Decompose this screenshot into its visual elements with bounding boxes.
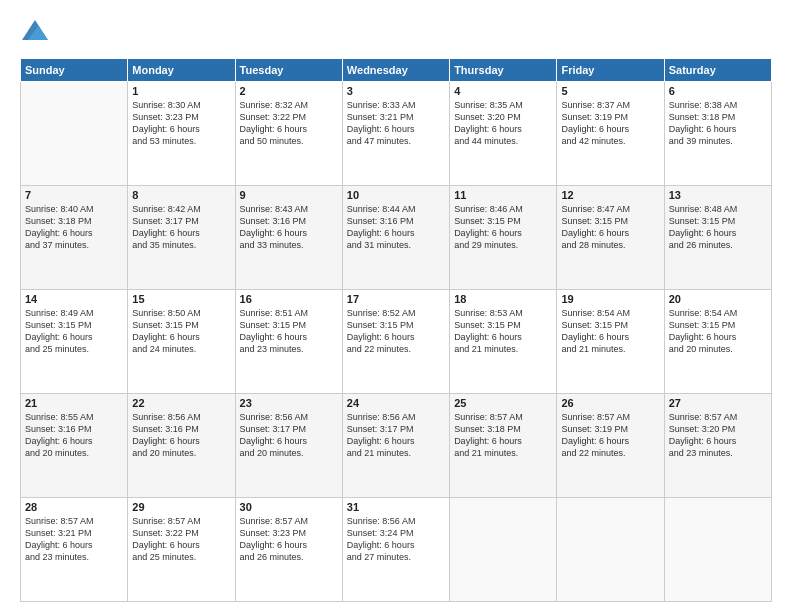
weekday-header-tuesday: Tuesday [235,59,342,82]
day-info: Sunrise: 8:55 AMSunset: 3:16 PMDaylight:… [25,411,123,460]
day-info: Sunrise: 8:57 AMSunset: 3:23 PMDaylight:… [240,515,338,564]
day-number: 5 [561,85,659,97]
day-number: 26 [561,397,659,409]
day-info: Sunrise: 8:49 AMSunset: 3:15 PMDaylight:… [25,307,123,356]
day-cell: 16Sunrise: 8:51 AMSunset: 3:15 PMDayligh… [235,290,342,394]
day-cell: 4Sunrise: 8:35 AMSunset: 3:20 PMDaylight… [450,82,557,186]
day-cell: 14Sunrise: 8:49 AMSunset: 3:15 PMDayligh… [21,290,128,394]
day-info: Sunrise: 8:46 AMSunset: 3:15 PMDaylight:… [454,203,552,252]
day-info: Sunrise: 8:48 AMSunset: 3:15 PMDaylight:… [669,203,767,252]
day-number: 8 [132,189,230,201]
day-info: Sunrise: 8:56 AMSunset: 3:24 PMDaylight:… [347,515,445,564]
day-number: 29 [132,501,230,513]
day-cell: 6Sunrise: 8:38 AMSunset: 3:18 PMDaylight… [664,82,771,186]
day-info: Sunrise: 8:42 AMSunset: 3:17 PMDaylight:… [132,203,230,252]
day-number: 7 [25,189,123,201]
day-cell: 2Sunrise: 8:32 AMSunset: 3:22 PMDaylight… [235,82,342,186]
day-number: 28 [25,501,123,513]
day-number: 22 [132,397,230,409]
day-cell: 7Sunrise: 8:40 AMSunset: 3:18 PMDaylight… [21,186,128,290]
day-number: 21 [25,397,123,409]
day-cell: 27Sunrise: 8:57 AMSunset: 3:20 PMDayligh… [664,394,771,498]
day-info: Sunrise: 8:57 AMSunset: 3:19 PMDaylight:… [561,411,659,460]
day-cell: 21Sunrise: 8:55 AMSunset: 3:16 PMDayligh… [21,394,128,498]
day-cell: 12Sunrise: 8:47 AMSunset: 3:15 PMDayligh… [557,186,664,290]
day-number: 3 [347,85,445,97]
day-info: Sunrise: 8:54 AMSunset: 3:15 PMDaylight:… [669,307,767,356]
day-number: 12 [561,189,659,201]
weekday-header-wednesday: Wednesday [342,59,449,82]
day-cell: 9Sunrise: 8:43 AMSunset: 3:16 PMDaylight… [235,186,342,290]
day-cell: 8Sunrise: 8:42 AMSunset: 3:17 PMDaylight… [128,186,235,290]
day-cell: 15Sunrise: 8:50 AMSunset: 3:15 PMDayligh… [128,290,235,394]
day-info: Sunrise: 8:51 AMSunset: 3:15 PMDaylight:… [240,307,338,356]
day-cell: 25Sunrise: 8:57 AMSunset: 3:18 PMDayligh… [450,394,557,498]
day-cell: 20Sunrise: 8:54 AMSunset: 3:15 PMDayligh… [664,290,771,394]
day-number: 24 [347,397,445,409]
day-info: Sunrise: 8:54 AMSunset: 3:15 PMDaylight:… [561,307,659,356]
day-cell: 3Sunrise: 8:33 AMSunset: 3:21 PMDaylight… [342,82,449,186]
day-number: 23 [240,397,338,409]
day-info: Sunrise: 8:57 AMSunset: 3:21 PMDaylight:… [25,515,123,564]
day-info: Sunrise: 8:38 AMSunset: 3:18 PMDaylight:… [669,99,767,148]
day-cell: 26Sunrise: 8:57 AMSunset: 3:19 PMDayligh… [557,394,664,498]
week-row-1: 1Sunrise: 8:30 AMSunset: 3:23 PMDaylight… [21,82,772,186]
day-cell: 31Sunrise: 8:56 AMSunset: 3:24 PMDayligh… [342,498,449,602]
calendar-table: SundayMondayTuesdayWednesdayThursdayFrid… [20,58,772,602]
week-row-4: 21Sunrise: 8:55 AMSunset: 3:16 PMDayligh… [21,394,772,498]
day-cell: 22Sunrise: 8:56 AMSunset: 3:16 PMDayligh… [128,394,235,498]
day-info: Sunrise: 8:57 AMSunset: 3:22 PMDaylight:… [132,515,230,564]
weekday-header-saturday: Saturday [664,59,771,82]
day-cell [664,498,771,602]
day-cell [450,498,557,602]
day-number: 19 [561,293,659,305]
day-number: 6 [669,85,767,97]
day-number: 30 [240,501,338,513]
day-cell: 17Sunrise: 8:52 AMSunset: 3:15 PMDayligh… [342,290,449,394]
logo [20,18,54,48]
day-number: 9 [240,189,338,201]
weekday-header-friday: Friday [557,59,664,82]
day-number: 15 [132,293,230,305]
day-number: 17 [347,293,445,305]
week-row-5: 28Sunrise: 8:57 AMSunset: 3:21 PMDayligh… [21,498,772,602]
weekday-header-thursday: Thursday [450,59,557,82]
header [20,18,772,48]
day-cell: 1Sunrise: 8:30 AMSunset: 3:23 PMDaylight… [128,82,235,186]
logo-icon [20,18,50,48]
weekday-header-monday: Monday [128,59,235,82]
day-number: 11 [454,189,552,201]
day-info: Sunrise: 8:30 AMSunset: 3:23 PMDaylight:… [132,99,230,148]
weekday-header-row: SundayMondayTuesdayWednesdayThursdayFrid… [21,59,772,82]
day-number: 16 [240,293,338,305]
day-info: Sunrise: 8:40 AMSunset: 3:18 PMDaylight:… [25,203,123,252]
day-info: Sunrise: 8:56 AMSunset: 3:16 PMDaylight:… [132,411,230,460]
day-info: Sunrise: 8:57 AMSunset: 3:18 PMDaylight:… [454,411,552,460]
day-info: Sunrise: 8:44 AMSunset: 3:16 PMDaylight:… [347,203,445,252]
day-cell: 29Sunrise: 8:57 AMSunset: 3:22 PMDayligh… [128,498,235,602]
day-info: Sunrise: 8:56 AMSunset: 3:17 PMDaylight:… [347,411,445,460]
day-cell [21,82,128,186]
day-info: Sunrise: 8:57 AMSunset: 3:20 PMDaylight:… [669,411,767,460]
day-cell [557,498,664,602]
day-cell: 23Sunrise: 8:56 AMSunset: 3:17 PMDayligh… [235,394,342,498]
day-number: 1 [132,85,230,97]
day-cell: 11Sunrise: 8:46 AMSunset: 3:15 PMDayligh… [450,186,557,290]
day-info: Sunrise: 8:47 AMSunset: 3:15 PMDaylight:… [561,203,659,252]
day-cell: 30Sunrise: 8:57 AMSunset: 3:23 PMDayligh… [235,498,342,602]
week-row-2: 7Sunrise: 8:40 AMSunset: 3:18 PMDaylight… [21,186,772,290]
day-cell: 13Sunrise: 8:48 AMSunset: 3:15 PMDayligh… [664,186,771,290]
day-number: 2 [240,85,338,97]
day-number: 10 [347,189,445,201]
day-info: Sunrise: 8:33 AMSunset: 3:21 PMDaylight:… [347,99,445,148]
day-cell: 28Sunrise: 8:57 AMSunset: 3:21 PMDayligh… [21,498,128,602]
day-number: 20 [669,293,767,305]
day-info: Sunrise: 8:50 AMSunset: 3:15 PMDaylight:… [132,307,230,356]
day-number: 27 [669,397,767,409]
day-number: 14 [25,293,123,305]
day-number: 4 [454,85,552,97]
day-info: Sunrise: 8:53 AMSunset: 3:15 PMDaylight:… [454,307,552,356]
week-row-3: 14Sunrise: 8:49 AMSunset: 3:15 PMDayligh… [21,290,772,394]
day-info: Sunrise: 8:52 AMSunset: 3:15 PMDaylight:… [347,307,445,356]
day-number: 18 [454,293,552,305]
